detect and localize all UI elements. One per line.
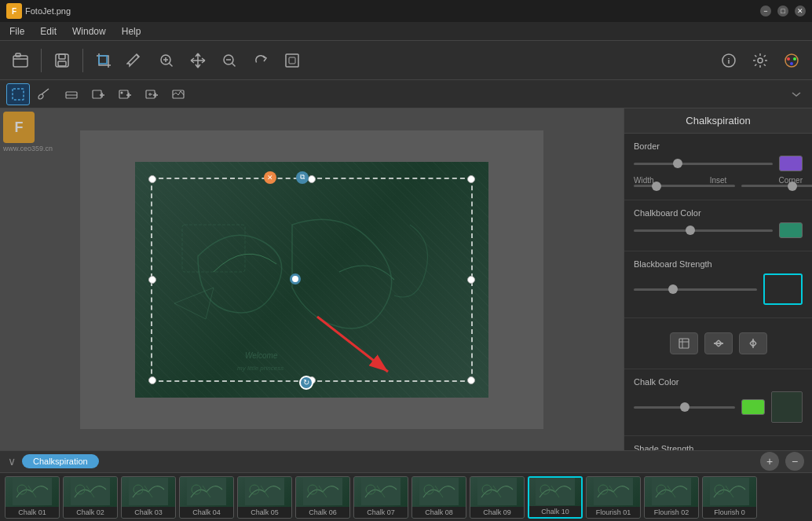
thumb-image-3 [122, 477, 175, 507]
canvas-inner: Welcome my little princess [135, 162, 488, 398]
panel-title: Chalkspiration [624, 108, 812, 134]
remove-template-button[interactable]: − [785, 452, 804, 471]
handle-br[interactable] [467, 376, 475, 384]
icon-buttons-section [624, 318, 812, 369]
select-tool-button[interactable] [6, 83, 30, 105]
center-handle[interactable] [290, 273, 301, 284]
copy-handle[interactable]: ⧉ [296, 171, 309, 184]
brush-tool-button[interactable] [33, 83, 57, 105]
svg-rect-8 [286, 54, 298, 67]
minimize-button[interactable]: − [760, 6, 771, 17]
thumb-image-6 [296, 477, 349, 507]
subtoolbar [0, 80, 812, 108]
maximize-button[interactable]: □ [777, 6, 788, 17]
thumbnail-11[interactable]: Flourish 01 [586, 476, 641, 519]
strip-expand-button[interactable]: ∨ [8, 455, 16, 468]
move-button[interactable] [184, 46, 212, 75]
thumb-image-4 [180, 477, 233, 507]
thumb-label-6: Chalk 06 [296, 507, 349, 518]
thumbnail-4[interactable]: Chalk 04 [179, 476, 234, 519]
expand-subtoolbar-button[interactable] [787, 85, 806, 104]
crop-button[interactable] [90, 46, 118, 75]
thumbnail-7[interactable]: Chalk 07 [353, 476, 408, 519]
handle-bl[interactable] [148, 376, 156, 384]
thumb-image-11 [587, 477, 640, 507]
toolbar-separator-2 [82, 49, 83, 72]
handle-tl[interactable] [148, 175, 156, 183]
thumbnail-12[interactable]: Flourish 02 [644, 476, 699, 519]
blackboard-strength-slider[interactable] [634, 288, 757, 291]
paint-button[interactable] [777, 46, 806, 75]
app-logo-icon: F [6, 3, 22, 19]
border-color-swatch[interactable] [779, 156, 803, 171]
inset-slider[interactable] [741, 185, 812, 187]
menu-help[interactable]: Help [115, 24, 148, 39]
handle-tr[interactable] [467, 175, 475, 183]
info-button[interactable] [715, 46, 743, 75]
zoom-in-button[interactable] [152, 46, 181, 75]
thumbnail-8[interactable]: Chalk 08 [411, 476, 466, 519]
chalk-color-swatch[interactable] [741, 399, 765, 415]
thumbnail-6[interactable]: Chalk 06 [295, 476, 350, 519]
add-element-button[interactable] [113, 83, 137, 105]
icon-btn-1[interactable] [670, 332, 698, 354]
icon-btn-2[interactable] [704, 332, 733, 354]
menu-window[interactable]: Window [66, 24, 112, 39]
redo-button[interactable] [247, 46, 275, 75]
icon-row [634, 332, 803, 354]
delete-handle[interactable]: ✕ [264, 171, 276, 184]
handle-ml[interactable] [148, 276, 156, 284]
add-image-button[interactable] [86, 83, 110, 105]
svg-rect-1 [16, 53, 20, 57]
add-template-button[interactable]: + [760, 452, 779, 471]
width-slider[interactable] [634, 185, 735, 187]
handle-mr[interactable] [467, 276, 475, 284]
icon-btn-3[interactable] [739, 332, 767, 354]
thumb-image-5 [238, 477, 291, 507]
svg-point-14 [793, 57, 796, 61]
thumbnail-10[interactable]: Chalk 10 [528, 476, 583, 519]
pen-button[interactable] [121, 46, 149, 75]
chalkboard-color-slider[interactable] [634, 229, 773, 232]
toolbar-separator [41, 49, 42, 72]
save-button[interactable] [48, 46, 76, 75]
watermark-text: www.ceo359.cn [3, 145, 53, 152]
thumb-image-9 [470, 477, 524, 507]
add-text-button[interactable] [140, 83, 163, 105]
app-title: FotoJet.png [25, 6, 71, 16]
border-slider[interactable] [634, 163, 773, 165]
canvas-area[interactable]: F www.ceo359.cn Welcome my little prince… [0, 108, 624, 450]
zoom-out-button[interactable] [215, 46, 243, 75]
frame-button[interactable] [278, 46, 306, 75]
shade-strength-section: Shade Strength [624, 436, 812, 450]
chalkboard-color-swatch[interactable] [779, 222, 803, 238]
canvas-image: Welcome my little princess [135, 162, 488, 398]
settings-button[interactable] [746, 46, 774, 75]
blackboard-strength-slider-row [634, 273, 803, 305]
thumbnail-9[interactable]: Chalk 09 [470, 476, 525, 519]
chalk-color-slider[interactable] [634, 406, 735, 409]
chalkspiration-tab[interactable]: Chalkspiration [22, 454, 99, 468]
rotate-handle[interactable]: ↻ [299, 376, 313, 390]
bottom-strip: ∨ Chalkspiration + − Chalk 01 [0, 450, 812, 521]
background-button[interactable] [166, 83, 190, 105]
thumbnail-1[interactable]: Chalk 01 [5, 476, 60, 519]
open-button[interactable] [6, 46, 35, 75]
blackboard-preview-swatch[interactable] [763, 273, 803, 305]
handle-tc[interactable] [308, 175, 316, 183]
svg-point-13 [787, 57, 790, 61]
thumbnail-3[interactable]: Chalk 03 [121, 476, 176, 519]
svg-point-15 [790, 62, 793, 65]
right-panel: Chalkspiration Border Width Inset Corner… [624, 108, 812, 450]
thumbnail-5[interactable]: Chalk 05 [237, 476, 292, 519]
thumbnail-13[interactable]: Flourish 0 [702, 476, 757, 519]
window-controls: − □ ✕ [760, 6, 806, 17]
menu-edit[interactable]: Edit [34, 24, 63, 39]
close-button[interactable]: ✕ [795, 6, 806, 17]
chalk-preview-swatch[interactable] [771, 391, 803, 423]
eraser-tool-button[interactable] [60, 83, 83, 105]
selection-box: ✕ ⧉ ↻ [151, 178, 473, 382]
thumbnail-2[interactable]: Chalk 02 [63, 476, 118, 519]
menu-file[interactable]: File [3, 24, 31, 39]
thumb-label-8: Chalk 08 [412, 507, 466, 518]
